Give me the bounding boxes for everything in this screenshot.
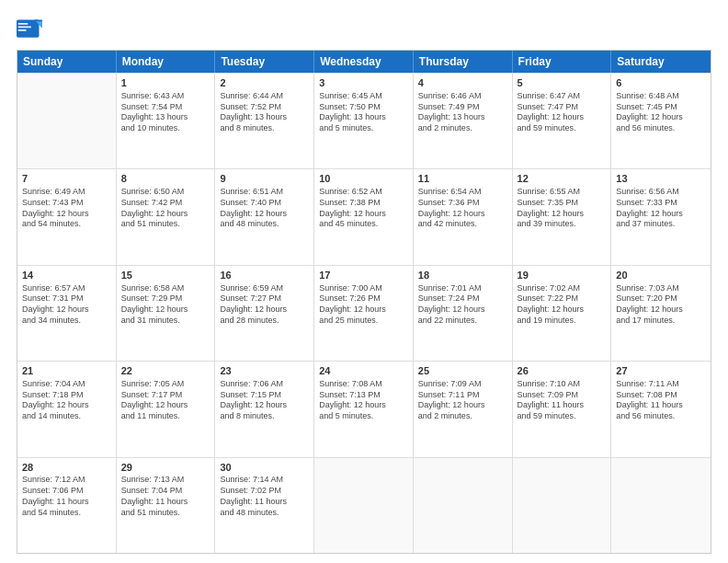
cell-line: Sunset: 7:47 PM [518,102,607,113]
cell-line: and 54 minutes. [22,508,111,519]
day-number: 9 [220,172,309,186]
cell-line: Sunrise: 6:57 AM [22,283,111,294]
cell-line: Sunrise: 7:11 AM [616,379,706,390]
cell-line: Daylight: 12 hours [616,112,706,123]
cell-line: Sunrise: 7:06 AM [220,379,309,390]
calendar-cell [314,458,414,553]
cell-line: and 14 minutes. [22,411,111,422]
svg-rect-0 [17,20,40,38]
cell-line: and 25 minutes. [319,316,408,327]
svg-rect-3 [18,23,28,25]
day-number: 11 [418,172,507,186]
day-number: 4 [418,76,507,90]
calendar-cell: 17Sunrise: 7:00 AMSunset: 7:26 PMDayligh… [314,266,414,361]
cell-line: Daylight: 12 hours [319,209,408,220]
calendar-cell [414,458,513,553]
day-number: 16 [220,269,309,282]
cell-line: Daylight: 12 hours [121,304,210,316]
cell-line: Daylight: 13 hours [319,112,408,123]
cell-line: Sunset: 7:49 PM [418,102,507,113]
day-number: 18 [418,269,507,282]
cell-line: Daylight: 11 hours [616,400,706,411]
cell-line: and 59 minutes. [518,411,607,422]
weekday-header: Sunday [17,51,117,73]
calendar-cell: 4Sunrise: 6:46 AMSunset: 7:49 PMDaylight… [414,74,513,168]
day-number: 17 [319,269,408,282]
calendar-cell: 13Sunrise: 6:56 AMSunset: 7:33 PMDayligh… [611,169,711,264]
cell-line: Sunset: 7:20 PM [616,293,706,304]
calendar-cell: 30Sunrise: 7:14 AMSunset: 7:02 PMDayligh… [215,458,314,553]
calendar-cell: 21Sunrise: 7:04 AMSunset: 7:18 PMDayligh… [17,362,117,456]
cell-line: Sunrise: 6:46 AM [418,91,507,102]
cell-line: Sunrise: 6:55 AM [518,187,607,198]
calendar-cell [513,458,612,553]
cell-line: Daylight: 12 hours [616,304,706,316]
cell-line: and 51 minutes. [121,508,210,519]
cell-line: Sunset: 7:52 PM [220,102,309,113]
day-number: 30 [220,461,309,475]
cell-line: and 19 minutes. [518,316,607,327]
calendar-row: 14Sunrise: 6:57 AMSunset: 7:31 PMDayligh… [17,265,711,361]
cell-line: Sunrise: 7:00 AM [319,283,408,294]
calendar-row: 7Sunrise: 6:49 AMSunset: 7:43 PMDaylight… [17,168,711,264]
calendar-cell: 22Sunrise: 7:05 AMSunset: 7:17 PMDayligh… [117,362,216,456]
day-number: 24 [319,364,408,378]
cell-line: and 5 minutes. [319,411,408,422]
cell-line: Sunset: 7:54 PM [121,102,210,113]
cell-line: Sunset: 7:38 PM [319,198,408,209]
cell-line: Sunset: 7:33 PM [616,198,706,209]
cell-line: Daylight: 12 hours [518,209,607,220]
day-number: 3 [319,76,408,90]
cell-line: Sunrise: 6:54 AM [418,187,507,198]
day-number: 15 [121,269,210,282]
logo [17,17,46,42]
calendar-row: 1Sunrise: 6:43 AMSunset: 7:54 PMDaylight… [17,73,711,168]
calendar-cell: 25Sunrise: 7:09 AMSunset: 7:11 PMDayligh… [414,362,513,456]
cell-line: Sunrise: 7:12 AM [22,475,111,486]
cell-line: Daylight: 12 hours [121,400,210,411]
cell-line: Sunrise: 7:01 AM [418,283,507,294]
weekday-header: Monday [117,51,216,73]
weekday-header: Tuesday [215,51,314,73]
cell-line: Sunrise: 6:45 AM [319,91,408,102]
weekday-header: Friday [513,51,612,73]
cell-line: Sunset: 7:27 PM [220,293,309,304]
cell-line: and 37 minutes. [616,219,706,230]
cell-line: and 17 minutes. [616,316,706,327]
calendar-cell: 5Sunrise: 6:47 AMSunset: 7:47 PMDaylight… [513,74,612,168]
calendar: SundayMondayTuesdayWednesdayThursdayFrid… [17,50,711,554]
cell-line: Daylight: 11 hours [121,497,210,508]
cell-line: Sunset: 7:24 PM [418,293,507,304]
calendar-cell: 29Sunrise: 7:13 AMSunset: 7:04 PMDayligh… [117,458,216,553]
calendar-cell: 23Sunrise: 7:06 AMSunset: 7:15 PMDayligh… [215,362,314,456]
calendar-cell: 6Sunrise: 6:48 AMSunset: 7:45 PMDaylight… [611,74,711,168]
weekday-header: Thursday [414,51,513,73]
page-header [17,17,711,42]
svg-rect-5 [18,29,27,31]
cell-line: Sunset: 7:36 PM [418,198,507,209]
cell-line: Daylight: 12 hours [319,304,408,316]
day-number: 5 [518,76,607,90]
cell-line: Daylight: 12 hours [22,400,111,411]
cell-line: Sunrise: 6:58 AM [121,283,210,294]
day-number: 26 [518,364,607,378]
cell-line: Sunset: 7:18 PM [22,390,111,401]
cell-line: Sunset: 7:29 PM [121,293,210,304]
cell-line: and 10 minutes. [121,123,210,134]
day-number: 25 [418,364,507,378]
day-number: 8 [121,172,210,186]
weekday-header: Wednesday [314,51,414,73]
calendar-cell: 11Sunrise: 6:54 AMSunset: 7:36 PMDayligh… [414,169,513,264]
cell-line: and 11 minutes. [121,411,210,422]
cell-line: Daylight: 13 hours [121,112,210,123]
day-number: 20 [616,269,706,282]
cell-line: Sunset: 7:45 PM [616,102,706,113]
cell-line: Sunset: 7:35 PM [518,198,607,209]
day-number: 22 [121,364,210,378]
weekday-header: Saturday [611,51,711,73]
calendar-cell: 18Sunrise: 7:01 AMSunset: 7:24 PMDayligh… [414,266,513,361]
day-number: 7 [22,172,111,186]
cell-line: Sunrise: 6:56 AM [616,187,706,198]
day-number: 13 [616,172,706,186]
cell-line: Sunset: 7:02 PM [220,486,309,497]
